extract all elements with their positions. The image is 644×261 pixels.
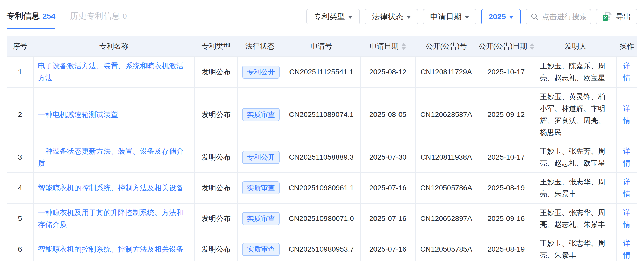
cell-patent-name: 智能晾衣机的控制系统、控制方法及相关设备: [33, 234, 195, 261]
cell-application-date: 2025-07-16: [360, 173, 415, 203]
col-header-publication-no: 公开(公告)号: [415, 36, 477, 57]
col-header-legal-status: 法律状态: [237, 36, 282, 57]
search-box[interactable]: [526, 9, 591, 24]
sort-icon[interactable]: [401, 43, 406, 50]
tab-patent-info[interactable]: 专利信息254: [7, 10, 55, 29]
col-header-publication-date: 公开(公告)日期: [477, 36, 535, 57]
patent-info-page: 专利信息254 历史专利信息0 专利类型 法律状态 申请日期 2025: [0, 0, 644, 261]
search-input[interactable]: [542, 12, 586, 21]
detail-link[interactable]: 详情: [623, 178, 630, 198]
dropdown-label: 专利类型: [314, 11, 345, 22]
dropdown-label: 法律状态: [372, 11, 403, 22]
tab-label: 专利信息: [7, 11, 40, 21]
chevron-down-icon: [509, 16, 514, 19]
col-header-patent-type: 专利类型: [195, 36, 237, 57]
cell-application-no: CN202511089074.1: [282, 87, 360, 142]
tab-history-patent-info[interactable]: 历史专利信息0: [70, 10, 127, 29]
search-icon: [530, 12, 539, 21]
patent-name-link[interactable]: 智能晾衣机的控制系统、控制方法及相关设备: [38, 184, 184, 192]
top-bar: 专利信息254 历史专利信息0 专利类型 法律状态 申请日期 2025: [7, 9, 637, 29]
patent-table: 序号 专利名称 专利类型 法律状态 申请号 申请日期 公开(公告)号 公开(公告…: [7, 36, 637, 261]
svg-text:X: X: [604, 16, 607, 21]
cell-publication-no: CN120811729A: [415, 57, 477, 87]
table-row: 4 智能晾衣机的控制系统、控制方法及相关设备 发明公布 实质审查 CN20251…: [7, 173, 637, 203]
cell-action: 详情: [616, 203, 637, 234]
cell-publication-date: 2025-09-12: [477, 87, 535, 142]
export-button[interactable]: X 导出: [596, 9, 637, 24]
cell-legal-status: 实质审查: [237, 87, 282, 142]
cell-patent-type: 发明公布: [195, 234, 237, 261]
detail-link[interactable]: 详情: [623, 147, 630, 167]
patent-name-link[interactable]: 一种电机减速箱测试装置: [38, 110, 118, 119]
chevron-down-icon: [465, 16, 469, 19]
cell-publication-date: 2025-09-16: [477, 203, 535, 234]
cell-patent-type: 发明公布: [195, 173, 237, 203]
cell-legal-status: 专利公开: [237, 57, 282, 87]
cell-application-no: CN202510980961.1: [282, 173, 360, 203]
table-row: 5 一种晾衣机及用于其的升降控制系统、方法和存储介质 发明公布 实质审查 CN2…: [7, 203, 637, 234]
cell-application-date: 2025-08-05: [360, 87, 415, 142]
sort-icon[interactable]: [530, 43, 534, 50]
cell-no: 2: [7, 87, 33, 142]
col-header-patent-name: 专利名称: [33, 36, 195, 57]
patent-name-link[interactable]: 智能晾衣机的控制系统、控制方法及相关设备: [38, 245, 184, 253]
col-header-application-date: 申请日期: [360, 36, 415, 57]
cell-publication-date: 2025-08-19: [477, 234, 535, 261]
legal-status-dropdown[interactable]: 法律状态: [365, 9, 418, 24]
cell-publication-date: 2025-10-17: [477, 142, 535, 173]
dropdown-label: 申请日期: [430, 11, 461, 22]
detail-link[interactable]: 详情: [623, 239, 630, 259]
cell-legal-status: 专利公开: [237, 142, 282, 173]
export-label: 导出: [616, 11, 631, 22]
chevron-down-icon: [348, 16, 353, 19]
detail-link[interactable]: 详情: [623, 208, 630, 229]
cell-application-no: CN202511125541.1: [282, 57, 360, 87]
cell-patent-name: 智能晾衣机的控制系统、控制方法及相关设备: [33, 173, 195, 203]
cell-application-no: CN202510980953.7: [282, 234, 360, 261]
cell-inventors: 王妙玉、张先芳、周亮、赵志礼、欧宝星: [535, 142, 616, 173]
col-header-action: 操作: [616, 36, 637, 57]
cell-application-date: 2025-07-16: [360, 203, 415, 234]
filter-toolbar: 专利类型 法律状态 申请日期 2025: [306, 9, 637, 24]
cell-action: 详情: [616, 173, 637, 203]
cell-application-date: 2025-08-12: [360, 57, 415, 87]
status-badge: 实质审查: [242, 108, 280, 121]
cell-application-no: CN202511058889.3: [282, 142, 360, 173]
status-badge: 实质审查: [242, 243, 280, 256]
apply-date-dropdown[interactable]: 申请日期: [423, 9, 476, 24]
cell-publication-date: 2025-08-19: [477, 173, 535, 203]
col-header-application-no: 申请号: [282, 36, 360, 57]
table-row: 1 电子设备激活方法、装置、系统和晾衣机激活方法 发明公布 专利公开 CN202…: [7, 57, 637, 87]
table-row: 6 智能晾衣机的控制系统、控制方法及相关设备 发明公布 实质审查 CN20251…: [7, 234, 637, 261]
cell-patent-type: 发明公布: [195, 57, 237, 87]
tab-bar: 专利信息254 历史专利信息0: [7, 9, 127, 29]
cell-legal-status: 实质审查: [237, 203, 282, 234]
status-badge: 专利公开: [242, 66, 280, 79]
cell-no: 3: [7, 142, 33, 173]
cell-no: 5: [7, 203, 33, 234]
cell-publication-date: 2025-10-17: [477, 57, 535, 87]
cell-inventors: 王妙玉、张志华、周亮、朱景丰: [535, 173, 616, 203]
cell-patent-name: 一种电机减速箱测试装置: [33, 87, 195, 142]
cell-no: 6: [7, 234, 33, 261]
cell-no: 1: [7, 57, 33, 87]
patent-type-dropdown[interactable]: 专利类型: [306, 9, 360, 24]
cell-patent-type: 发明公布: [195, 203, 237, 234]
year-dropdown[interactable]: 2025: [481, 9, 521, 24]
cell-inventors: 王妙玉、张志华、周亮、赵志礼、朱景丰: [535, 203, 616, 234]
patent-name-link[interactable]: 电子设备激活方法、装置、系统和晾衣机激活方法: [38, 62, 184, 82]
status-badge: 实质审查: [242, 181, 280, 194]
chevron-down-icon: [406, 16, 411, 19]
detail-link[interactable]: 详情: [623, 62, 630, 82]
patent-name-link[interactable]: 一种设备状态更新方法、装置、设备及存储介质: [38, 147, 184, 167]
cell-inventors: 王妙玉、黄灵锋、柏小军、林道辉、卞明辉、罗良沃、周亮、杨思民: [535, 87, 616, 142]
status-badge: 实质审查: [242, 212, 280, 225]
patent-name-link[interactable]: 一种晾衣机及用于其的升降控制系统、方法和存储介质: [38, 208, 184, 229]
detail-link[interactable]: 详情: [623, 105, 630, 125]
cell-application-date: 2025-07-16: [360, 234, 415, 261]
tab-label: 历史专利信息: [70, 11, 120, 21]
table-row: 2 一种电机减速箱测试装置 发明公布 实质审查 CN202511089074.1…: [7, 87, 637, 142]
tab-count-badge: 254: [42, 12, 55, 20]
cell-patent-name: 电子设备激活方法、装置、系统和晾衣机激活方法: [33, 57, 195, 87]
cell-inventors: 王妙玉、陈嘉乐、周亮、赵志礼、欧宝星: [535, 57, 616, 87]
